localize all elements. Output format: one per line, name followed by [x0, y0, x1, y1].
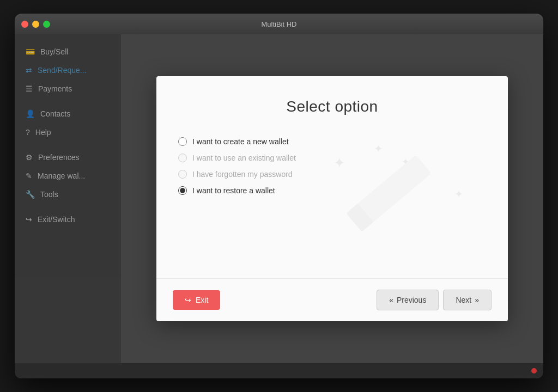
- maximize-button[interactable]: [43, 21, 50, 28]
- radio-forgot-password: [178, 170, 187, 179]
- svg-rect-5: [346, 204, 373, 232]
- main-content: Select option ✦ ✦ ✦ ✦: [121, 34, 543, 363]
- app-title: MultiBit HD: [261, 20, 296, 28]
- option-new-wallet-label: I want to create a new wallet: [192, 137, 289, 146]
- modal-header: Select option: [156, 76, 508, 126]
- exit-arrow-icon: ↪: [185, 296, 191, 304]
- close-button[interactable]: [21, 21, 28, 28]
- previous-chevron-icon: «: [389, 296, 393, 304]
- previous-button[interactable]: « Previous: [377, 290, 439, 310]
- send-receive-icon: ⇄: [26, 66, 32, 75]
- option-new-wallet[interactable]: I want to create a new wallet: [178, 137, 486, 146]
- option-restore-wallet-label: I want to restore a wallet: [192, 186, 275, 195]
- credit-card-icon: 💳: [26, 47, 35, 56]
- sidebar-item-preferences[interactable]: ⚙ Preferences: [15, 148, 121, 167]
- option-forgot-password-label: I have forgotten my password: [192, 170, 293, 179]
- sidebar-item-label: Exit/Switch: [38, 215, 75, 224]
- sidebar-item-exit-switch[interactable]: ↪ Exit/Switch: [15, 210, 121, 229]
- contacts-icon: 👤: [26, 109, 35, 118]
- radio-existing-wallet: [178, 154, 187, 162]
- sidebar-item-label: Send/Reque...: [38, 66, 87, 75]
- modal-title: Select option: [178, 98, 486, 115]
- modal-body: ✦ ✦ ✦ ✦: [156, 126, 508, 278]
- gear-icon: ⚙: [26, 153, 33, 162]
- sidebar-item-manage-wallets[interactable]: ✎ Manage wal...: [15, 167, 121, 185]
- options-list: I want to create a new wallet I want to …: [178, 137, 486, 195]
- status-bar: [15, 363, 543, 378]
- status-indicator: [531, 368, 537, 373]
- exit-button-label: Exit: [196, 296, 208, 304]
- sidebar-item-contacts[interactable]: 👤 Contacts: [15, 105, 121, 123]
- tools-icon: 🔧: [26, 190, 35, 199]
- sidebar-item-payments[interactable]: ☰ Payments: [15, 79, 121, 98]
- sidebar: 💳 Buy/Sell ⇄ Send/Reque... ☰ Payments 👤 …: [15, 34, 121, 363]
- option-existing-wallet-label: I want to use an existing wallet: [192, 154, 296, 162]
- edit-icon: ✎: [26, 171, 32, 180]
- modal-overlay: Select option ✦ ✦ ✦ ✦: [121, 34, 543, 363]
- next-button-label: Next: [456, 296, 471, 304]
- window-body: 💳 Buy/Sell ⇄ Send/Reque... ☰ Payments 👤 …: [15, 34, 543, 363]
- sidebar-item-label: Buy/Sell: [40, 47, 68, 56]
- option-forgot-password[interactable]: I have forgotten my password: [178, 170, 486, 179]
- sidebar-item-tools[interactable]: 🔧 Tools: [15, 185, 121, 204]
- sidebar-item-label: Tools: [40, 190, 58, 199]
- sidebar-item-send-request[interactable]: ⇄ Send/Reque...: [15, 61, 121, 79]
- sidebar-item-label: Manage wal...: [38, 171, 85, 180]
- mac-window: MultiBit HD 💳 Buy/Sell ⇄ Send/Reque... ☰…: [15, 14, 543, 378]
- radio-new-wallet[interactable]: [178, 137, 187, 146]
- option-existing-wallet[interactable]: I want to use an existing wallet: [178, 154, 486, 162]
- modal-footer: ↪ Exit « Previous Next »: [156, 278, 508, 321]
- nav-buttons: « Previous Next »: [377, 290, 492, 310]
- traffic-lights: [21, 21, 50, 28]
- radio-restore-wallet[interactable]: [178, 186, 187, 195]
- next-chevron-icon: »: [475, 296, 479, 304]
- option-restore-wallet[interactable]: I want to restore a wallet: [178, 186, 486, 195]
- sidebar-item-label: Help: [35, 128, 51, 137]
- payments-icon: ☰: [26, 84, 33, 93]
- exit-button[interactable]: ↪ Exit: [173, 290, 220, 310]
- sidebar-item-help[interactable]: ? Help: [15, 123, 121, 142]
- sidebar-item-label: Contacts: [40, 109, 70, 118]
- title-bar: MultiBit HD: [15, 14, 543, 34]
- minimize-button[interactable]: [32, 21, 39, 28]
- previous-button-label: Previous: [397, 296, 426, 304]
- exit-icon: ↪: [26, 215, 32, 224]
- next-button[interactable]: Next »: [443, 290, 492, 310]
- help-icon: ?: [26, 128, 30, 137]
- sidebar-item-label: Payments: [38, 84, 72, 93]
- sidebar-item-buy-sell[interactable]: 💳 Buy/Sell: [15, 42, 121, 61]
- sidebar-item-label: Preferences: [38, 153, 79, 162]
- modal-dialog: Select option ✦ ✦ ✦ ✦: [156, 76, 508, 321]
